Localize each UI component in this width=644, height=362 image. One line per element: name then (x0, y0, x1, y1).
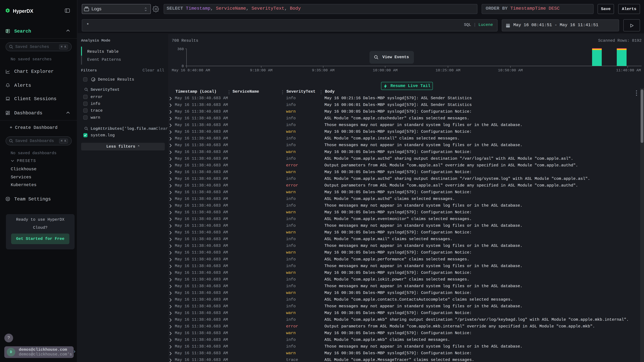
svg-text:0: 0 (182, 64, 184, 68)
svg-text:10:50:00 AM: 10:50:00 AM (498, 68, 523, 72)
svg-text:9:10:00 AM: 9:10:00 AM (250, 68, 272, 72)
svg-text:May 16 8:40:00 AM: May 16 8:40:00 AM (172, 68, 210, 72)
svg-text:9:35:00 AM: 9:35:00 AM (312, 68, 334, 72)
svg-text:360: 360 (177, 47, 184, 51)
svg-text:10:00:00 AM: 10:00:00 AM (373, 68, 398, 72)
svg-text:10:25:00 AM: 10:25:00 AM (436, 68, 460, 72)
svg-text:11:40:00 AM: 11:40:00 AM (616, 68, 641, 72)
